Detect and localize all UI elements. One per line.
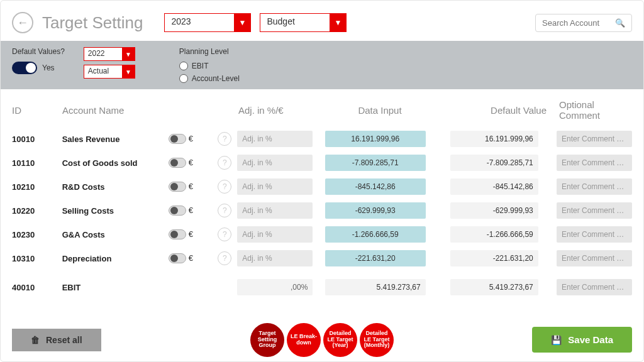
col-comment: Optional Comment (559, 99, 632, 121)
nav-le-breakdown[interactable]: LE Break-down (287, 323, 321, 357)
reset-label: Reset all (46, 335, 82, 345)
currency-toggle[interactable] (169, 206, 186, 216)
currency-toggle[interactable] (169, 134, 186, 144)
row-id: 10310 (12, 254, 62, 263)
adj-input[interactable]: Adj. in % (237, 155, 313, 171)
save-icon: 💾 (551, 335, 562, 345)
comment-input[interactable]: Enter Comment … (557, 178, 632, 195)
help-icon[interactable]: ? (218, 251, 231, 265)
search-account-field[interactable]: 🔍 (535, 14, 632, 32)
default-values-toggle[interactable] (12, 62, 37, 74)
table-row: 10010Sales Revenue€?Adj. in %16.191.999,… (12, 127, 632, 151)
help-icon[interactable]: ? (218, 132, 231, 146)
currency-symbol: € (189, 253, 193, 263)
adj-input[interactable]: Adj. in % (237, 202, 313, 219)
currency-toggle[interactable] (169, 229, 186, 239)
save-label: Save Data (568, 334, 613, 345)
save-data-button[interactable]: 💾 Save Data (532, 327, 632, 353)
data-input[interactable]: -845.142,86 (325, 178, 426, 195)
row-name: Depreciation (62, 254, 169, 263)
search-icon: 🔍 (615, 18, 625, 28)
row-name: R&D Costs (62, 182, 169, 192)
table-row: 10310Depreciation€?Adj. in %-221.631,20-… (12, 246, 632, 270)
default-value: -7.809.285,71 (450, 155, 538, 171)
year-select-label: 2023 (165, 14, 234, 31)
table-row: 10110Cost of Goods sold€?Adj. in %-7.809… (12, 151, 632, 175)
chevron-down-icon: ▼ (122, 65, 135, 78)
row-id: 10210 (12, 182, 62, 192)
row-id: 10230 (12, 230, 62, 239)
col-input: Data Input (326, 105, 433, 116)
radio-account-label: Account-Level (192, 74, 240, 83)
scenario-select[interactable]: Budget ▼ (260, 13, 347, 32)
currency-symbol: € (189, 206, 193, 215)
summary-comment[interactable]: Enter Comment … (557, 279, 632, 295)
chevron-down-icon: ▼ (122, 48, 135, 60)
scenario-select-label: Budget (260, 14, 330, 31)
adj-input[interactable]: Adj. in % (237, 131, 313, 147)
summary-adj: ,00% (237, 279, 313, 295)
help-icon[interactable]: ? (218, 180, 231, 194)
chevron-down-icon: ▼ (234, 14, 250, 31)
default-year-label: 2022 (84, 48, 122, 60)
data-input[interactable]: -1.266.666,59 (325, 226, 426, 243)
trash-icon: 🗑 (31, 335, 40, 345)
col-default: Default Value (452, 105, 547, 116)
row-name: G&A Costs (62, 230, 169, 239)
comment-input[interactable]: Enter Comment … (557, 131, 632, 147)
nav-detailed-le-year[interactable]: Detailed LE Target (Year) (323, 323, 357, 357)
default-scenario-label: Actual (84, 65, 122, 78)
currency-symbol: € (189, 182, 193, 191)
data-input[interactable]: 16.191.999,96 (325, 131, 426, 147)
default-year-select[interactable]: 2022 ▼ (84, 47, 135, 61)
radio-icon (179, 74, 188, 83)
row-id: 10010 (12, 134, 62, 144)
radio-ebit[interactable]: EBIT (179, 62, 240, 70)
currency-toggle[interactable] (169, 182, 186, 192)
default-value: -845.142,86 (450, 178, 538, 195)
summary-name: EBIT (62, 283, 169, 292)
summary-default: 5.419.273,67 (450, 279, 538, 295)
data-input[interactable]: -629.999,93 (325, 202, 426, 219)
summary-input: 5.419.273,67 (325, 279, 426, 295)
radio-ebit-label: EBIT (192, 62, 209, 70)
data-input[interactable]: -7.809.285,71 (325, 155, 426, 171)
row-name: Sales Revenue (62, 134, 169, 144)
year-select[interactable]: 2023 ▼ (164, 13, 251, 32)
adj-input[interactable]: Adj. in % (237, 178, 313, 195)
nav-target-setting-group[interactable]: Target Setting Group (250, 323, 284, 357)
radio-account-level[interactable]: Account-Level (179, 74, 240, 83)
help-icon[interactable]: ? (218, 228, 231, 241)
comment-input[interactable]: Enter Comment … (557, 202, 632, 219)
summary-row: 40010 EBIT ,00% 5.419.273,67 5.419.273,6… (12, 275, 632, 299)
nav-detailed-le-monthly[interactable]: Detailed LE Target (Monthly) (360, 323, 394, 357)
default-values-label: Default Values? (12, 47, 65, 56)
default-values-toggle-text: Yes (42, 63, 55, 72)
page-title: Target Setting (42, 13, 143, 33)
comment-input[interactable]: Enter Comment … (557, 250, 632, 266)
table-row: 10230G&A Costs€?Adj. in %-1.266.666,59-1… (12, 222, 632, 246)
comment-input[interactable]: Enter Comment … (557, 226, 632, 243)
table-header: ID Account Name Adj. in %/€ Data Input D… (12, 92, 632, 127)
help-icon[interactable]: ? (218, 204, 231, 217)
currency-toggle[interactable] (169, 253, 186, 263)
arrow-left-icon: ← (17, 16, 28, 30)
adj-input[interactable]: Adj. in % (237, 226, 313, 243)
col-name: Account Name (62, 105, 169, 116)
table-row: 10210R&D Costs€?Adj. in %-845.142,86-845… (12, 175, 632, 199)
reset-all-button[interactable]: 🗑 Reset all (12, 329, 101, 351)
row-id: 10220 (12, 206, 62, 216)
radio-icon (179, 62, 188, 70)
search-input[interactable] (542, 18, 611, 28)
comment-input[interactable]: Enter Comment … (557, 155, 632, 171)
help-icon[interactable]: ? (218, 156, 231, 170)
adj-input[interactable]: Adj. in % (237, 250, 313, 266)
currency-symbol: € (189, 134, 193, 143)
currency-toggle[interactable] (169, 158, 186, 168)
row-name: Cost of Goods sold (62, 158, 169, 168)
default-scenario-select[interactable]: Actual ▼ (84, 65, 135, 79)
data-input[interactable]: -221.631,20 (325, 250, 426, 266)
planning-level-label: Planning Level (179, 47, 240, 56)
default-value: 16.191.999,96 (450, 131, 538, 147)
back-button[interactable]: ← (12, 12, 33, 33)
